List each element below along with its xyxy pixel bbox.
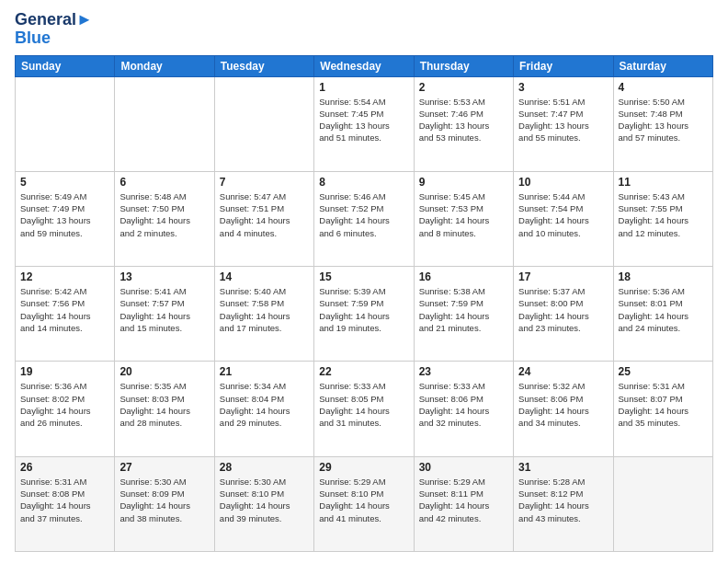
calendar-cell: 31Sunrise: 5:28 AM Sunset: 8:12 PM Dayli… [514,456,613,551]
calendar-cell: 8Sunrise: 5:46 AM Sunset: 7:52 PM Daylig… [314,171,414,266]
day-number: 30 [419,461,508,474]
calendar-cell: 26Sunrise: 5:31 AM Sunset: 8:08 PM Dayli… [16,456,115,551]
day-info: Sunrise: 5:29 AM Sunset: 8:10 PM Dayligh… [319,476,408,524]
day-number: 15 [319,270,408,283]
day-info: Sunrise: 5:47 AM Sunset: 7:51 PM Dayligh… [220,190,309,239]
day-info: Sunrise: 5:50 AM Sunset: 7:48 PM Dayligh… [619,96,708,144]
day-info: Sunrise: 5:33 AM Sunset: 8:05 PM Dayligh… [319,380,408,429]
calendar-cell: 27Sunrise: 5:30 AM Sunset: 8:09 PM Dayli… [115,456,214,551]
calendar-cell: 17Sunrise: 5:37 AM Sunset: 8:00 PM Dayli… [514,267,613,362]
day-number: 7 [220,176,309,189]
day-info: Sunrise: 5:30 AM Sunset: 8:10 PM Dayligh… [220,476,309,524]
calendar-cell: 23Sunrise: 5:33 AM Sunset: 8:06 PM Dayli… [414,362,513,456]
day-info: Sunrise: 5:43 AM Sunset: 7:55 PM Dayligh… [619,190,708,239]
day-number: 18 [619,270,708,283]
day-info: Sunrise: 5:30 AM Sunset: 8:09 PM Dayligh… [119,476,209,524]
day-info: Sunrise: 5:45 AM Sunset: 7:53 PM Dayligh… [419,190,508,239]
day-number: 19 [20,365,109,378]
header: General► Blue [15,11,713,48]
day-info: Sunrise: 5:29 AM Sunset: 8:11 PM Dayligh… [419,476,508,524]
day-number: 22 [319,365,408,378]
weekday-header-row: SundayMondayTuesdayWednesdayThursdayFrid… [16,55,713,76]
day-info: Sunrise: 5:40 AM Sunset: 7:58 PM Dayligh… [220,285,309,334]
day-number: 31 [518,461,608,474]
calendar-cell: 30Sunrise: 5:29 AM Sunset: 8:11 PM Dayli… [414,456,513,551]
day-number: 4 [619,81,708,94]
day-info: Sunrise: 5:36 AM Sunset: 8:02 PM Dayligh… [20,380,109,429]
day-number: 23 [419,365,508,378]
day-number: 8 [319,176,408,189]
day-number: 3 [518,81,608,94]
day-info: Sunrise: 5:38 AM Sunset: 7:59 PM Dayligh… [419,285,508,334]
weekday-monday: Monday [115,55,214,76]
day-info: Sunrise: 5:36 AM Sunset: 8:01 PM Dayligh… [619,285,708,334]
day-info: Sunrise: 5:33 AM Sunset: 8:06 PM Dayligh… [419,380,508,429]
day-number: 16 [419,270,508,283]
calendar-cell: 12Sunrise: 5:42 AM Sunset: 7:56 PM Dayli… [16,267,115,362]
calendar-cell [613,456,712,551]
calendar-cell: 19Sunrise: 5:36 AM Sunset: 8:02 PM Dayli… [16,362,115,456]
calendar-cell [16,76,115,171]
week-row-1: 5Sunrise: 5:49 AM Sunset: 7:49 PM Daylig… [16,171,713,266]
calendar-cell: 1Sunrise: 5:54 AM Sunset: 7:45 PM Daylig… [314,76,414,171]
calendar-cell: 21Sunrise: 5:34 AM Sunset: 8:04 PM Dayli… [214,362,313,456]
weekday-saturday: Saturday [613,55,712,76]
weekday-friday: Friday [514,55,613,76]
calendar-cell: 3Sunrise: 5:51 AM Sunset: 7:47 PM Daylig… [514,76,613,171]
day-info: Sunrise: 5:42 AM Sunset: 7:56 PM Dayligh… [20,285,109,334]
day-number: 11 [619,176,708,189]
day-info: Sunrise: 5:41 AM Sunset: 7:57 PM Dayligh… [119,285,209,334]
calendar-cell: 24Sunrise: 5:32 AM Sunset: 8:06 PM Dayli… [514,362,613,456]
day-info: Sunrise: 5:32 AM Sunset: 8:06 PM Dayligh… [518,380,608,429]
calendar-cell: 6Sunrise: 5:48 AM Sunset: 7:50 PM Daylig… [115,171,214,266]
day-info: Sunrise: 5:31 AM Sunset: 8:08 PM Dayligh… [20,476,109,524]
day-info: Sunrise: 5:39 AM Sunset: 7:59 PM Dayligh… [319,285,408,334]
calendar-cell: 5Sunrise: 5:49 AM Sunset: 7:49 PM Daylig… [16,171,115,266]
day-number: 20 [119,365,209,378]
day-number: 21 [220,365,309,378]
calendar-cell [214,76,313,171]
day-info: Sunrise: 5:34 AM Sunset: 8:04 PM Dayligh… [220,380,309,429]
calendar-cell: 13Sunrise: 5:41 AM Sunset: 7:57 PM Dayli… [115,267,214,362]
day-number: 27 [119,461,209,474]
day-number: 24 [518,365,608,378]
day-number: 5 [20,176,109,189]
calendar-cell: 2Sunrise: 5:53 AM Sunset: 7:46 PM Daylig… [414,76,513,171]
day-number: 9 [419,176,508,189]
calendar-cell: 22Sunrise: 5:33 AM Sunset: 8:05 PM Dayli… [314,362,414,456]
day-number: 17 [518,270,608,283]
calendar-cell: 16Sunrise: 5:38 AM Sunset: 7:59 PM Dayli… [414,267,513,362]
calendar-cell: 20Sunrise: 5:35 AM Sunset: 8:03 PM Dayli… [115,362,214,456]
week-row-4: 26Sunrise: 5:31 AM Sunset: 8:08 PM Dayli… [16,456,713,551]
calendar-cell: 28Sunrise: 5:30 AM Sunset: 8:10 PM Dayli… [214,456,313,551]
calendar-table: SundayMondayTuesdayWednesdayThursdayFrid… [15,55,713,552]
weekday-thursday: Thursday [414,55,513,76]
day-number: 1 [319,81,408,94]
day-info: Sunrise: 5:54 AM Sunset: 7:45 PM Dayligh… [319,96,408,144]
week-row-2: 12Sunrise: 5:42 AM Sunset: 7:56 PM Dayli… [16,267,713,362]
day-number: 29 [319,461,408,474]
logo-blue: Blue [15,29,93,48]
day-info: Sunrise: 5:35 AM Sunset: 8:03 PM Dayligh… [119,380,209,429]
day-number: 25 [619,365,708,378]
calendar-cell: 9Sunrise: 5:45 AM Sunset: 7:53 PM Daylig… [414,171,513,266]
calendar-cell: 14Sunrise: 5:40 AM Sunset: 7:58 PM Dayli… [214,267,313,362]
day-number: 12 [20,270,109,283]
calendar-cell: 15Sunrise: 5:39 AM Sunset: 7:59 PM Dayli… [314,267,414,362]
weekday-sunday: Sunday [16,55,115,76]
day-number: 6 [119,176,209,189]
calendar-cell [115,76,214,171]
calendar-page: General► Blue SundayMondayTuesdayWednesd… [0,0,728,563]
weekday-wednesday: Wednesday [314,55,414,76]
day-number: 14 [220,270,309,283]
day-info: Sunrise: 5:46 AM Sunset: 7:52 PM Dayligh… [319,190,408,239]
calendar-cell: 29Sunrise: 5:29 AM Sunset: 8:10 PM Dayli… [314,456,414,551]
logo: General► Blue [15,11,93,48]
day-info: Sunrise: 5:28 AM Sunset: 8:12 PM Dayligh… [518,476,608,524]
day-info: Sunrise: 5:31 AM Sunset: 8:07 PM Dayligh… [619,380,708,429]
calendar-cell: 25Sunrise: 5:31 AM Sunset: 8:07 PM Dayli… [613,362,712,456]
day-info: Sunrise: 5:48 AM Sunset: 7:50 PM Dayligh… [119,190,209,239]
calendar-cell: 11Sunrise: 5:43 AM Sunset: 7:55 PM Dayli… [613,171,712,266]
calendar-cell: 10Sunrise: 5:44 AM Sunset: 7:54 PM Dayli… [514,171,613,266]
day-info: Sunrise: 5:49 AM Sunset: 7:49 PM Dayligh… [20,190,109,239]
